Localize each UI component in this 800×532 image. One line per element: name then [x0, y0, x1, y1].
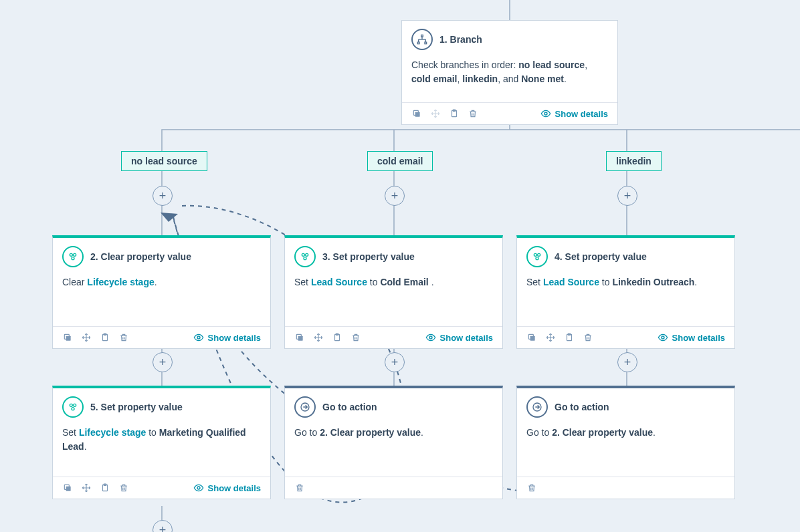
- property-link[interactable]: Lead Source: [311, 277, 367, 287]
- property-link[interactable]: Lifecycle stage: [87, 277, 154, 287]
- show-details-link[interactable]: Show details: [193, 332, 261, 343]
- svg-point-41: [538, 253, 540, 256]
- move-icon[interactable]: [81, 332, 92, 343]
- property-icon: [62, 246, 84, 267]
- card-title: 4. Set property value: [555, 251, 647, 262]
- branch-name-3: linkedin: [462, 74, 498, 84]
- svg-point-31: [197, 336, 200, 339]
- property-icon: [526, 246, 548, 267]
- add-action-button[interactable]: [385, 352, 405, 372]
- action-node-set-property-4[interactable]: 4. Set property value Set Lead Source to…: [516, 235, 735, 349]
- add-action-button[interactable]: [153, 352, 173, 372]
- svg-point-49: [74, 404, 76, 406]
- clipboard-icon[interactable]: [332, 332, 342, 343]
- trash-icon[interactable]: [583, 332, 593, 343]
- card-title: Go to action: [555, 402, 609, 412]
- show-details-link[interactable]: Show details: [658, 332, 725, 343]
- branch-name-4: None met: [521, 74, 564, 84]
- copy-icon[interactable]: [62, 483, 73, 493]
- trash-icon[interactable]: [294, 483, 305, 493]
- trash-icon[interactable]: [468, 108, 478, 119]
- svg-point-34: [304, 257, 306, 260]
- branch-node[interactable]: 1. Branch Check branches in order: no le…: [401, 20, 618, 125]
- card-title: Go to action: [322, 402, 377, 412]
- copy-icon[interactable]: [294, 332, 305, 343]
- svg-point-24: [70, 253, 72, 256]
- property-icon: [62, 396, 84, 418]
- svg-point-42: [536, 257, 538, 260]
- svg-rect-18: [425, 42, 427, 44]
- clipboard-icon[interactable]: [564, 332, 575, 343]
- property-link[interactable]: Lifecycle stage: [79, 427, 146, 438]
- add-action-button[interactable]: [153, 186, 173, 206]
- svg-point-25: [74, 253, 76, 256]
- branch-title: 1. Branch: [439, 34, 482, 45]
- branch-name-1: no lead source: [518, 59, 585, 70]
- add-action-button[interactable]: [385, 186, 405, 206]
- svg-marker-11: [161, 213, 178, 222]
- move-icon[interactable]: [430, 108, 441, 119]
- svg-rect-43: [530, 336, 535, 341]
- add-action-button[interactable]: [153, 520, 173, 532]
- card-title: 2. Clear property value: [90, 251, 191, 262]
- branch-tag-linkedin[interactable]: linkedin: [606, 151, 662, 171]
- action-node-set-property-5[interactable]: 5. Set property value Set Lifecycle stag…: [52, 386, 271, 499]
- goto-action-node-a[interactable]: Go to action Go to 2. Clear property val…: [284, 386, 503, 499]
- svg-point-26: [72, 257, 74, 260]
- show-details-link[interactable]: Show details: [193, 483, 261, 493]
- card-title: 5. Set property value: [90, 402, 183, 412]
- copy-icon[interactable]: [526, 332, 537, 343]
- branch-tag-cold-email[interactable]: cold email: [367, 151, 433, 171]
- svg-point-40: [534, 253, 536, 256]
- show-details-link[interactable]: Show details: [540, 108, 608, 119]
- branch-tag-no-lead-source[interactable]: no lead source: [121, 151, 207, 171]
- move-icon[interactable]: [545, 332, 556, 343]
- add-action-button[interactable]: [617, 186, 637, 206]
- svg-rect-17: [417, 42, 419, 44]
- show-details-link[interactable]: Show details: [425, 332, 493, 343]
- move-icon[interactable]: [81, 483, 92, 493]
- add-action-button[interactable]: [617, 352, 637, 372]
- svg-point-48: [70, 404, 72, 406]
- copy-icon[interactable]: [62, 332, 73, 343]
- trash-icon[interactable]: [526, 483, 537, 493]
- svg-rect-27: [66, 336, 71, 341]
- trash-icon[interactable]: [118, 332, 129, 343]
- svg-point-55: [197, 487, 200, 489]
- action-node-clear-property[interactable]: 2. Clear property value Clear Lifecycle …: [52, 235, 271, 349]
- svg-point-23: [544, 112, 547, 115]
- svg-point-33: [306, 253, 308, 256]
- svg-point-50: [72, 408, 74, 410]
- branch-name-2: cold email: [411, 74, 457, 84]
- clipboard-icon[interactable]: [100, 483, 110, 493]
- svg-rect-12: [421, 35, 423, 37]
- move-icon[interactable]: [313, 332, 324, 343]
- goto-action-node-b[interactable]: Go to action Go to 2. Clear property val…: [516, 386, 735, 499]
- clipboard-icon[interactable]: [449, 108, 460, 119]
- svg-point-32: [302, 253, 304, 256]
- svg-rect-51: [66, 487, 71, 491]
- branch-desc-prefix: Check branches in order:: [411, 59, 518, 70]
- trash-icon[interactable]: [118, 483, 129, 493]
- arrow-right-icon: [526, 396, 548, 418]
- action-node-set-property-3[interactable]: 3. Set property value Set Lead Source to…: [284, 235, 503, 349]
- svg-point-39: [429, 336, 432, 339]
- card-title: 3. Set property value: [322, 251, 415, 262]
- arrow-right-icon: [294, 396, 316, 418]
- clipboard-icon[interactable]: [100, 332, 110, 343]
- svg-rect-19: [415, 112, 420, 117]
- copy-icon[interactable]: [411, 108, 422, 119]
- property-link[interactable]: Lead Source: [543, 277, 599, 287]
- property-icon: [294, 246, 316, 267]
- svg-point-47: [662, 336, 664, 339]
- trash-icon[interactable]: [351, 332, 361, 343]
- svg-rect-35: [298, 336, 303, 341]
- branch-icon: [411, 29, 433, 50]
